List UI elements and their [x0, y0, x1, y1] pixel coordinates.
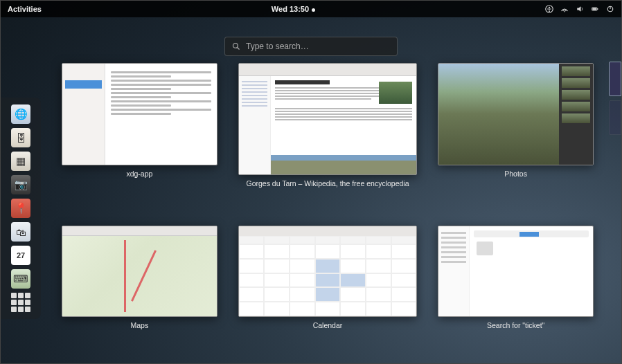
window-label: Photos	[504, 170, 527, 178]
window-thumbnail	[438, 226, 594, 317]
search-bar[interactable]	[224, 37, 398, 56]
dash: 🌐🗄▦📷📍🛍27⌨	[1, 98, 41, 319]
show-applications-button[interactable]	[11, 293, 30, 312]
window-wikipedia[interactable]: Gorges du Tarn – Wikipedia, the free enc…	[238, 63, 417, 208]
window-thumbnail	[238, 63, 417, 175]
svg-rect-4	[597, 8, 598, 10]
svg-point-8	[233, 44, 238, 48]
dash-app-media-player[interactable]: ▦	[11, 152, 30, 171]
svg-point-2	[564, 11, 565, 12]
window-thumbnail	[238, 226, 417, 317]
window-overview: xdg-app	[41, 56, 621, 363]
clock[interactable]: Wed 13:50	[42, 5, 545, 13]
window-xdg-app[interactable]: xdg-app	[62, 63, 217, 208]
svg-line-9	[238, 48, 240, 50]
workspace-1[interactable]	[609, 62, 621, 96]
clock-text: Wed 13:50	[272, 5, 309, 13]
window-label: xdg-app	[126, 170, 152, 178]
window-thumbnail	[62, 63, 217, 165]
workspace-2[interactable]	[609, 100, 621, 135]
svg-rect-5	[592, 8, 596, 10]
dash-app-camera[interactable]: 📷	[11, 175, 30, 194]
top-bar: Activities Wed 13:50	[1, 1, 621, 17]
dash-app-software[interactable]: 🛍	[11, 222, 30, 242]
window-maps[interactable]: Maps	[62, 226, 217, 349]
battery-icon[interactable]	[591, 5, 599, 13]
dash-app-terminal[interactable]: ⌨	[11, 269, 30, 289]
gnome-activities-overview: Activities Wed 13:50 🌐🗄▦📷📍🛍27⌨	[1, 1, 621, 363]
dash-app-files[interactable]: 🗄	[11, 128, 30, 147]
window-files-search[interactable]: Search for "ticket"	[438, 226, 594, 349]
svg-point-1	[549, 7, 550, 8]
dash-app-maps[interactable]: 📍	[11, 199, 30, 218]
window-label: Calendar	[313, 321, 343, 329]
volume-icon[interactable]	[576, 5, 584, 13]
power-icon[interactable]	[606, 5, 614, 13]
accessibility-icon[interactable]	[545, 5, 553, 13]
window-thumbnail	[438, 63, 594, 165]
network-icon[interactable]	[560, 5, 569, 13]
workspace-switcher[interactable]	[609, 62, 621, 135]
dash-app-web-browser[interactable]: 🌐	[11, 104, 30, 124]
search-icon	[232, 42, 240, 51]
window-label: Search for "ticket"	[487, 321, 544, 329]
window-calendar[interactable]: Calendar	[238, 226, 417, 349]
window-thumbnail	[62, 226, 217, 317]
dash-app-calendar[interactable]: 27	[11, 246, 30, 265]
search-input[interactable]	[246, 42, 390, 51]
window-photos[interactable]: Photos	[438, 63, 594, 208]
window-label: Maps	[131, 321, 149, 329]
notification-dot-icon	[312, 8, 315, 12]
activities-button[interactable]: Activities	[8, 5, 42, 13]
window-label: Gorges du Tarn – Wikipedia, the free enc…	[246, 179, 409, 188]
